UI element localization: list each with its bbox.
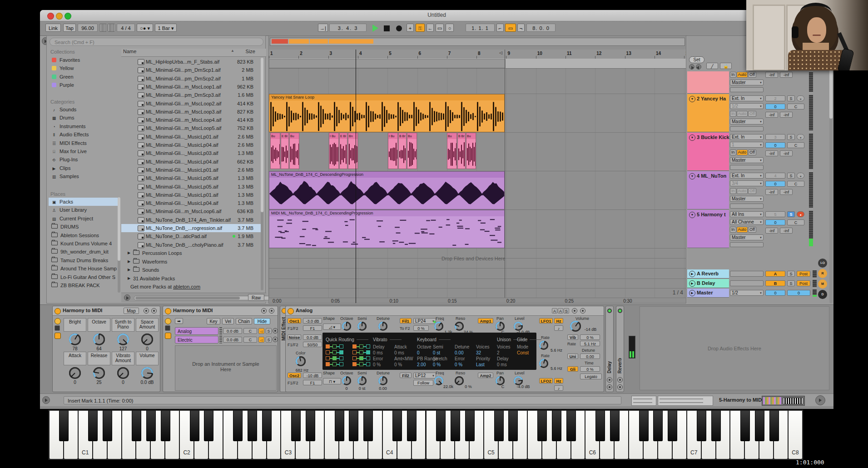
loop-end-marker[interactable]: ◁ — [499, 50, 502, 55]
sidebar-item-samples[interactable]: ▥Samples — [49, 172, 119, 180]
overdub-plus-button[interactable]: + — [407, 24, 414, 32]
devices-view-toggle[interactable] — [165, 333, 171, 339]
quick-routing-cell[interactable] — [339, 344, 343, 349]
chain-row-electric[interactable]: Electric — [175, 336, 218, 344]
osc1-octave-knob[interactable] — [342, 322, 351, 331]
file-row[interactable]: ML_Minimal-Gli..._MusicLp03.aif1.3 MB — [121, 149, 263, 157]
sidebar-item-green[interactable]: Green — [49, 73, 119, 81]
display-text[interactable]: 0 ms — [497, 362, 507, 367]
file-row[interactable]: ML_Minimal-Gli...m_MscLoop6.aif636 KB — [121, 207, 263, 215]
display-text[interactable]: 0.00 — [455, 350, 463, 355]
file-list-scrollbar[interactable] — [261, 58, 263, 290]
lfo1-rate-knob[interactable] — [539, 341, 548, 350]
piano-black-key[interactable] — [161, 410, 170, 441]
save-preset-icon[interactable] — [580, 308, 585, 314]
piano-black-key[interactable] — [146, 410, 156, 441]
stop-button[interactable] — [384, 25, 390, 31]
quick-routing-cell[interactable] — [359, 356, 363, 360]
osc2-octave-knob[interactable] — [342, 376, 351, 385]
pan-box[interactable]: 0 — [765, 104, 785, 110]
clip-buckle-kick[interactable]: I Bu — [329, 133, 339, 169]
tempo-display[interactable]: 96.00 — [78, 24, 98, 32]
pan-box[interactable]: 0 — [765, 181, 785, 187]
loop-length-display[interactable]: 8. 0. 0 — [526, 24, 556, 32]
piano-black-key[interactable] — [711, 410, 721, 441]
back-to-arrangement-button[interactable]: ← — [427, 24, 434, 32]
arm-button[interactable]: ● — [797, 211, 804, 217]
sidebar-item-clips[interactable]: ▶Clips — [49, 164, 119, 172]
sidebar-item-around-the-house-samp[interactable]: Around The House Samp — [49, 264, 119, 273]
file-row[interactable]: ML_NuTone_DnB_174_Am_Tinkler.aif3.7 MB — [121, 216, 263, 224]
fil1-tof2-box[interactable]: 0 % — [413, 325, 429, 331]
sidebar-item-zb-break-pack[interactable]: ZB BREAK PACK — [49, 281, 119, 289]
amp2-chip[interactable]: Amp2 — [478, 373, 493, 378]
send-letter-box[interactable]: A — [765, 271, 785, 277]
macro-knob[interactable] — [93, 334, 105, 345]
piano-black-key[interactable] — [465, 410, 475, 441]
macro-knob[interactable] — [141, 334, 153, 345]
track-delay-field[interactable] — [730, 204, 764, 209]
piano-black-key[interactable] — [103, 410, 112, 441]
aas-button[interactable]: S — [564, 308, 569, 314]
macro-knob[interactable] — [69, 334, 81, 345]
output-chooser[interactable]: Master — [730, 119, 764, 124]
pan-box[interactable]: 0 — [765, 219, 785, 225]
track-name-block[interactable]: ▼3 Buckle Kick — [687, 133, 729, 171]
file-row[interactable]: ML_Minimal-Gli..._MusicLp01.aif2.6 MB — [121, 166, 263, 174]
metronome-button[interactable]: ○● ▾ — [137, 24, 153, 32]
quick-routing-cell[interactable] — [352, 350, 357, 354]
chain-solo-button[interactable]: S — [266, 337, 272, 343]
legato-button[interactable]: Legato — [580, 373, 602, 379]
file-row[interactable]: ML_Minimal-Gli...m_MscLoop3.aif827 KB — [121, 108, 263, 116]
piano-black-key[interactable] — [494, 410, 504, 441]
amp2-pan-knob[interactable] — [496, 376, 505, 385]
file-row[interactable]: ML_Minimal-Gli...m_MscLoop2.aif414 KB — [121, 100, 263, 108]
quick-routing-cell[interactable] — [332, 362, 337, 366]
osc2-detune-knob[interactable] — [378, 376, 387, 385]
amp1-chip[interactable]: Amp1 — [478, 318, 493, 324]
sidebar-item-drums[interactable]: DRUMS — [49, 223, 119, 231]
file-row[interactable]: ML_NuTone_DnB_...rogression.aif3.7 MB — [121, 224, 263, 232]
chain-solo-button[interactable]: S — [266, 328, 272, 334]
status-play-icon[interactable] — [42, 396, 50, 404]
piano-black-key[interactable] — [639, 410, 649, 441]
unfold-track-icon[interactable]: ▼ — [689, 134, 695, 141]
monitor-in-button[interactable]: In — [730, 188, 736, 194]
pan-center-box[interactable]: C — [787, 104, 804, 110]
master-track-block[interactable]: ▶Master — [687, 289, 729, 298]
sidebar-item-audio-effects[interactable]: ⦀Audio Effects — [49, 130, 119, 139]
lfo1-hz-chip[interactable]: Hz — [554, 318, 563, 324]
file-row[interactable]: ML_Minimal-Gli..._MusicLp04.aif1.3 MB — [121, 199, 263, 207]
automation-slope-button[interactable]: ╱ — [706, 63, 718, 69]
macro-knob[interactable] — [69, 367, 81, 379]
expand-arrow-icon[interactable]: ▶ — [128, 258, 130, 266]
pan-center-box[interactable]: C — [787, 219, 804, 225]
volume-box[interactable]: -inf — [780, 150, 793, 156]
monitor-switch[interactable]: InAutoOff — [730, 227, 756, 233]
sidebar-item-kount-drums-volume-4[interactable]: Kount Drums Volume 4 — [49, 239, 119, 248]
lfo2-hz-chip[interactable]: Hz — [554, 378, 563, 383]
tap-tempo-button[interactable]: Tap — [63, 24, 76, 32]
piano-black-key[interactable] — [436, 410, 446, 441]
file-row[interactable]: ML_Minimal-Gli..._MusicLp01.aif1.3 MB — [121, 191, 263, 199]
output-chooser[interactable]: Master — [730, 157, 764, 163]
track-name-block[interactable]: ▼2 Yancey Ha — [687, 94, 729, 132]
track-number-box[interactable]: 3 — [765, 134, 785, 140]
chain-hot-swap-icon[interactable] — [273, 328, 278, 334]
sidebar-item-max-for-live[interactable]: ⌻Max for Live — [49, 147, 119, 155]
monitor-off-button[interactable]: Off — [748, 111, 756, 117]
chain-zones-button[interactable]: Chain — [236, 318, 252, 324]
noise-level-box[interactable]: 0.0 dB — [303, 334, 322, 340]
sidebar-scrollbar[interactable] — [118, 197, 120, 293]
piano-black-key[interactable] — [335, 410, 344, 441]
fil1-reso-knob[interactable] — [455, 322, 464, 331]
draw-mode-button[interactable]: ▭ — [436, 24, 444, 32]
nudge-down-button[interactable] — [99, 24, 107, 32]
quick-routing-cell[interactable] — [352, 362, 357, 366]
master-volume-box[interactable]: 0 — [787, 290, 810, 296]
quick-routing-cell[interactable] — [326, 356, 330, 360]
play-button[interactable] — [372, 25, 378, 32]
clip-buckle-kick[interactable]: Bu — [447, 133, 457, 169]
show-r-toggle[interactable]: R — [818, 269, 827, 278]
monitor-off-button[interactable]: Off — [748, 188, 756, 194]
